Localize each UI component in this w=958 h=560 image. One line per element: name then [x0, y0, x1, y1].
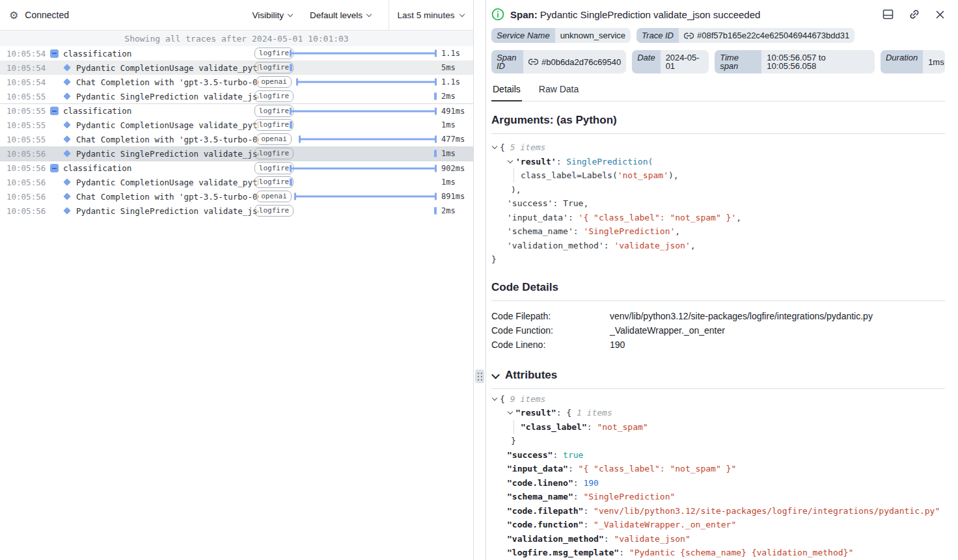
badge-span-id[interactable]: Span ID#b0b6da2d76c69540: [491, 50, 626, 73]
trace-row-name: Pydantic CompletionUsage validate_python: [76, 63, 258, 73]
duration-bar: [290, 179, 292, 186]
collapse-toggle-icon[interactable]: [49, 107, 59, 115]
trace-row-bar-zone: [290, 46, 437, 60]
panel-layout-icon[interactable]: [883, 9, 894, 20]
trace-row-bar-zone: [290, 89, 437, 103]
collapse-chevron-icon[interactable]: [507, 159, 513, 165]
tag-pill: logfire: [254, 119, 294, 131]
duration-bar: [290, 107, 437, 114]
trace-row-duration: 5ms: [437, 63, 473, 72]
divider-dots: [478, 379, 479, 380]
trace-row[interactable]: 10:05:56classificationlogfire902ms: [0, 161, 473, 175]
trace-row[interactable]: 10:05:55Chat Completion with 'gpt-3.5-tu…: [0, 132, 473, 146]
collapse-chevron-icon[interactable]: [491, 396, 498, 402]
badge-value-text: #b0b6da2d76c69540: [541, 58, 621, 66]
code-detail-row: Code Lineno:190: [491, 338, 945, 352]
badge-value-text: 10:05:56.057 to 10:05:56.058: [767, 53, 869, 70]
traces-banner: Showing all traces after 2024-05-01 10:0…: [0, 31, 473, 46]
trace-row-timestamp: 10:05:55: [7, 106, 44, 116]
trace-row[interactable]: 10:05:55Pydantic CompletionUsage validat…: [0, 118, 473, 132]
divider-dots: [481, 379, 482, 380]
trace-row[interactable]: 10:05:56Pydantic CompletionUsage validat…: [0, 175, 473, 189]
code-details-heading: Code Details: [491, 281, 945, 301]
code-line: 'result': SinglePrediction(: [491, 155, 945, 169]
arguments-code: { 5 items'result': SinglePrediction(clas…: [491, 140, 945, 267]
span-diamond-icon: [62, 137, 72, 142]
code-detail-label: Code Lineno:: [491, 338, 610, 352]
trace-row-duration: 891ms: [437, 192, 473, 201]
trace-row[interactable]: 10:05:54classificationlogfire1.1s: [0, 46, 473, 60]
trace-row[interactable]: 10:05:56Pydantic SinglePrediction valida…: [0, 204, 473, 218]
code-detail-value: venv/lib/python3.12/site-packages/logfir…: [610, 309, 873, 323]
divider-drag-handle[interactable]: [475, 369, 484, 383]
code-line: "result": { 1 items: [491, 406, 945, 420]
code-line: class_label=Labels('not_spam'),: [491, 168, 945, 183]
collapse-chevron-icon[interactable]: [507, 410, 513, 416]
trace-row-duration: 1.1s: [437, 49, 473, 58]
copy-link-icon[interactable]: [909, 8, 920, 20]
settings-gear-icon[interactable]: ⚙: [9, 9, 18, 21]
code-line: "code.lineno": 190: [491, 476, 945, 490]
duration-bar: [299, 136, 437, 143]
trace-row[interactable]: 10:05:56Chat Completion with 'gpt-3.5-tu…: [0, 189, 473, 204]
trace-row-bar-zone: [290, 104, 437, 118]
trace-row[interactable]: 10:05:56Pydantic SinglePrediction valida…: [0, 146, 473, 161]
duration-bar: [296, 79, 437, 86]
collapse-toggle-icon[interactable]: [49, 164, 59, 172]
close-icon[interactable]: [935, 10, 945, 20]
app-root: ⚙ Connected Visibility Default levels La…: [0, 0, 958, 560]
badge-duration: Duration1ms: [881, 50, 945, 73]
collapse-chevron-icon[interactable]: [491, 144, 498, 150]
trace-panel-header: ⚙ Connected Visibility Default levels La…: [0, 0, 473, 31]
trace-row-tag: openai: [258, 133, 290, 145]
duration-bar: [434, 207, 437, 215]
trace-row[interactable]: 10:05:55Pydantic SinglePrediction valida…: [0, 89, 473, 103]
span-title: Span: Pydantic SinglePrediction validate…: [510, 9, 760, 20]
trace-row-tag: logfire: [258, 119, 290, 131]
tab-raw-data[interactable]: Raw Data: [538, 84, 580, 101]
trace-row-duration: 1.1s: [437, 77, 473, 87]
tag-pill: openai: [256, 191, 292, 202]
link-icon: [684, 33, 694, 39]
badge-trace-id[interactable]: Trace ID#08f57b165e22c4e625046944673bdd3…: [636, 28, 855, 43]
attributes-heading: Attributes: [491, 369, 945, 389]
code-line: }: [491, 434, 945, 448]
trace-row-bar-zone: [290, 204, 437, 218]
trace-list: 10:05:54classificationlogfire1.1s10:05:5…: [0, 46, 473, 560]
badge-value: 2024-05-01: [661, 50, 709, 73]
collapse-toggle-icon[interactable]: [49, 49, 59, 58]
span-diamond-icon: [62, 194, 72, 199]
tag-pill: logfire: [254, 176, 294, 188]
badge-service-name: Service Nameunknown_service: [491, 28, 631, 43]
badge-value-text: #08f57b165e22c4e625046944673bdd31: [697, 31, 849, 40]
trace-row-name: Pydantic SinglePrediction validate_json: [76, 92, 258, 101]
badge-value-text: 1ms: [928, 58, 944, 66]
trace-row-timestamp: 10:05:55: [7, 92, 44, 101]
badges-row-2: Span ID#b0b6da2d76c69540Date2024-05-01Ti…: [491, 50, 945, 73]
time-range-dropdown[interactable]: Last 5 minutes: [389, 0, 473, 31]
code-details-rows: Code Filepath:venv/lib/python3.12/site-p…: [491, 309, 945, 352]
trace-row[interactable]: 10:05:55classificationlogfire491ms: [0, 103, 473, 118]
tag-pill: logfire: [254, 62, 294, 73]
badge-label: Span ID: [491, 50, 523, 73]
trace-row-bar-zone: [290, 175, 437, 189]
trace-row-tag: openai: [258, 191, 290, 202]
divider-dots: [481, 373, 482, 374]
code-line: "class_label": "not_spam": [491, 420, 945, 434]
default-levels-label: Default levels: [310, 10, 363, 20]
code-detail-row: Code Function:_ValidateWrapper._on_enter: [491, 323, 945, 338]
chevron-down-icon: [288, 12, 293, 18]
tab-details[interactable]: Details: [491, 84, 522, 101]
trace-row-bar-zone: [290, 60, 437, 75]
code-line: "code.function": "_ValidateWrapper._on_e…: [491, 518, 945, 532]
divider-dots: [478, 376, 479, 377]
default-levels-dropdown[interactable]: Default levels: [310, 10, 372, 20]
trace-row-duration: 1ms: [437, 178, 473, 187]
trace-row[interactable]: 10:05:54Chat Completion with 'gpt-3.5-tu…: [0, 75, 473, 89]
trace-row[interactable]: 10:05:54Pydantic CompletionUsage validat…: [0, 60, 473, 75]
visibility-dropdown[interactable]: Visibility: [252, 10, 293, 20]
trace-row-tag: openai: [258, 76, 290, 88]
code-line: "input_data": "{ "class_label": "not_spa…: [491, 462, 945, 476]
duration-bar: [290, 50, 437, 57]
attributes-collapse-chevron-icon[interactable]: [491, 371, 499, 379]
